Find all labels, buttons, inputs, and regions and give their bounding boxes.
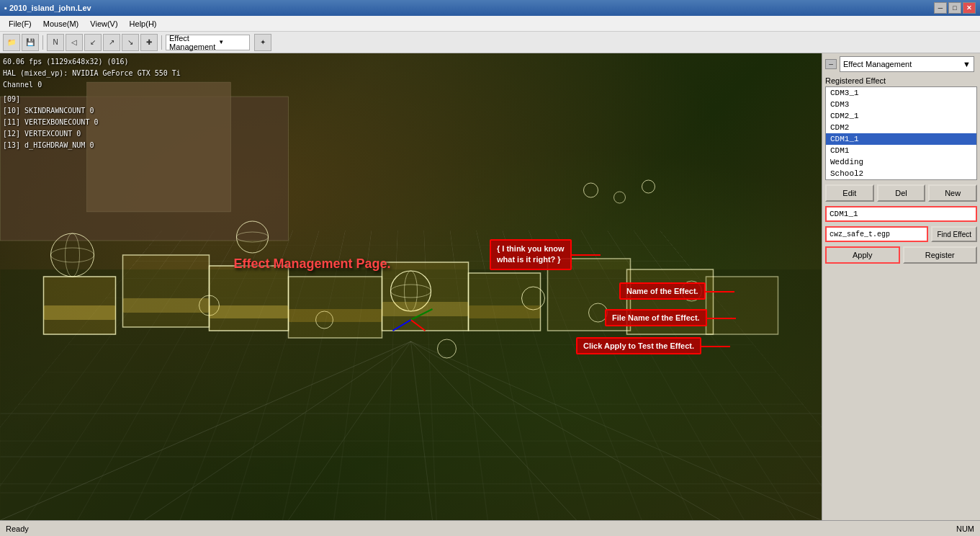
effect-item-school1[interactable]: School1 xyxy=(826,179,976,180)
name-field-row xyxy=(825,206,977,222)
callout-4-text: Click Apply to Test the Effect. xyxy=(583,341,694,350)
menu-help[interactable]: Help(H) xyxy=(124,18,163,30)
channel-display: Channel 0 xyxy=(3,79,181,91)
debug-line-1: [10] SKINDRAWNCOUNT 0 xyxy=(3,105,181,117)
callout-3-text: File Name of the Effect. xyxy=(612,313,700,322)
effect-list[interactable]: CDM3_1 CDM3 CDM2_1 CDM2 CDM1_1 CDM1 Wedd… xyxy=(825,86,977,180)
fps-display: 60.06 fps (1129x648x32) (016) xyxy=(3,56,181,68)
close-button[interactable]: ✕ xyxy=(963,2,976,14)
right-panel: ─ Effect Management ▼ Registered Effect … xyxy=(822,53,980,520)
menu-view[interactable]: View(V) xyxy=(84,18,123,30)
toolbar-btn-br[interactable]: ↘ xyxy=(122,34,139,51)
callout-4: Click Apply to Test the Effect. xyxy=(576,337,701,354)
minimize-button[interactable]: ─ xyxy=(934,2,947,14)
toolbar-btn-plus[interactable]: ✚ xyxy=(140,34,158,51)
effect-item-cdm2[interactable]: CDM2 xyxy=(826,122,976,133)
registered-effect-label: Registered Effect xyxy=(825,76,977,85)
panel-type-dropdown[interactable]: Effect Management ▼ xyxy=(840,56,974,72)
maximize-button[interactable]: □ xyxy=(948,2,961,14)
svg-point-13 xyxy=(51,248,94,262)
new-button[interactable]: New xyxy=(928,184,977,202)
panel-minimize-btn[interactable]: ─ xyxy=(825,59,837,69)
toolbar-separator-1 xyxy=(42,35,43,50)
effect-item-cdm3-1[interactable]: CDM3_1 xyxy=(826,87,976,99)
apply-button[interactable]: Apply xyxy=(825,246,900,264)
window-title: ▪ 2010_island_john.Lev xyxy=(4,4,91,12)
title-bar: ▪ 2010_island_john.Lev ─ □ ✕ xyxy=(0,0,980,16)
panel-dropdown-arrow-icon: ▼ xyxy=(963,60,971,68)
menu-bar: File(F) Mouse(M) View(V) Help(H) xyxy=(0,16,980,32)
svg-rect-7 xyxy=(382,262,469,331)
effect-item-wedding[interactable]: Wedding xyxy=(826,156,976,168)
dropdown-arrow-icon: ▼ xyxy=(218,39,246,45)
file-field-row: Find Effect xyxy=(825,226,977,242)
debug-line-2: [11] VERTEXBONECOUNT 0 xyxy=(3,117,181,128)
toolbar-btn-back[interactable]: ◁ xyxy=(66,34,83,51)
toolbar-btn-tl[interactable]: ↙ xyxy=(84,34,102,51)
svg-rect-31 xyxy=(210,305,289,318)
debug-line-0: [09] xyxy=(3,94,181,105)
edit-button[interactable]: Edit xyxy=(825,184,874,202)
svg-rect-11 xyxy=(706,277,778,334)
toolbar-btn-open[interactable]: 📁 xyxy=(3,34,20,51)
callout-1-text: { I think you knowwhat is it right? } xyxy=(497,244,565,264)
svg-point-27 xyxy=(614,192,626,203)
toolbar: 📁 💾 N ◁ ↙ ↗ ↘ ✚ Effect Management ▼ ✦ xyxy=(0,32,980,53)
apply-register-row: Apply Register xyxy=(825,246,977,264)
register-button[interactable]: Register xyxy=(903,246,978,264)
effect-management-page-text: Effect Management Page. xyxy=(234,256,391,271)
effect-item-cdm1-1[interactable]: CDM1_1 xyxy=(826,133,976,145)
toolbar-btn-n[interactable]: N xyxy=(47,34,64,51)
world-dropdown[interactable]: Effect Management ▼ xyxy=(166,35,250,50)
svg-rect-5 xyxy=(210,266,289,331)
debug-line-4: [13] d_HIGHDRAW_NUM 0 xyxy=(3,140,181,151)
toolbar-btn-save[interactable]: 💾 xyxy=(22,34,39,51)
callout-3: File Name of the Effect. xyxy=(605,309,707,326)
num-indicator: NUM xyxy=(956,524,974,533)
svg-rect-6 xyxy=(289,277,382,338)
debug-info: [09] [10] SKINDRAWNCOUNT 0 [11] VERTEXBO… xyxy=(3,94,181,151)
menu-mouse[interactable]: Mouse(M) xyxy=(37,18,85,30)
title-bar-buttons: ─ □ ✕ xyxy=(934,2,976,14)
svg-rect-8 xyxy=(469,273,541,331)
panel-header: ─ Effect Management ▼ xyxy=(825,56,977,72)
main-content: 60.06 fps (1129x648x32) (016) HAL (mixed… xyxy=(0,53,980,520)
viewport-info: 60.06 fps (1129x648x32) (016) HAL (mixed… xyxy=(3,56,181,151)
svg-point-28 xyxy=(642,180,655,193)
svg-rect-30 xyxy=(123,298,210,313)
effect-item-cdm1[interactable]: CDM1 xyxy=(826,145,976,156)
hal-display: HAL (mixed_vp): NVIDIA GeForce GTX 550 T… xyxy=(3,68,181,79)
effect-item-school2[interactable]: School2 xyxy=(826,168,976,179)
edit-del-new-row: Edit Del New xyxy=(825,184,977,202)
status-text: Ready xyxy=(6,524,29,533)
effect-item-cdm2-1[interactable]: CDM2_1 xyxy=(826,110,976,122)
del-button[interactable]: Del xyxy=(877,184,926,202)
status-bar: Ready NUM xyxy=(0,520,980,536)
menu-file[interactable]: File(F) xyxy=(3,18,37,30)
svg-rect-29 xyxy=(44,305,116,320)
svg-rect-4 xyxy=(123,255,210,327)
svg-rect-34 xyxy=(469,305,541,318)
debug-line-3: [12] VERTEXCOUNT 0 xyxy=(3,128,181,140)
world-dropdown-label: Effect Management xyxy=(169,34,215,51)
callout-2: Name of the Effect. xyxy=(619,282,706,300)
effect-name-input[interactable] xyxy=(825,206,977,222)
toolbar-btn-star[interactable]: ✦ xyxy=(254,34,271,51)
effect-file-input[interactable] xyxy=(825,226,928,242)
toolbar-btn-tr[interactable]: ↗ xyxy=(103,34,120,51)
svg-rect-32 xyxy=(289,309,382,322)
viewport[interactable]: 60.06 fps (1129x648x32) (016) HAL (mixed… xyxy=(0,53,822,520)
find-effect-button[interactable]: Find Effect xyxy=(931,226,977,242)
panel-dropdown-label: Effect Management xyxy=(843,60,912,68)
callout-2-text: Name of the Effect. xyxy=(626,287,698,295)
effect-item-cdm3[interactable]: CDM3 xyxy=(826,99,976,110)
svg-rect-33 xyxy=(382,302,469,316)
svg-point-26 xyxy=(584,183,598,197)
callout-1: { I think you knowwhat is it right? } xyxy=(490,239,572,270)
toolbar-separator-2 xyxy=(161,35,162,50)
